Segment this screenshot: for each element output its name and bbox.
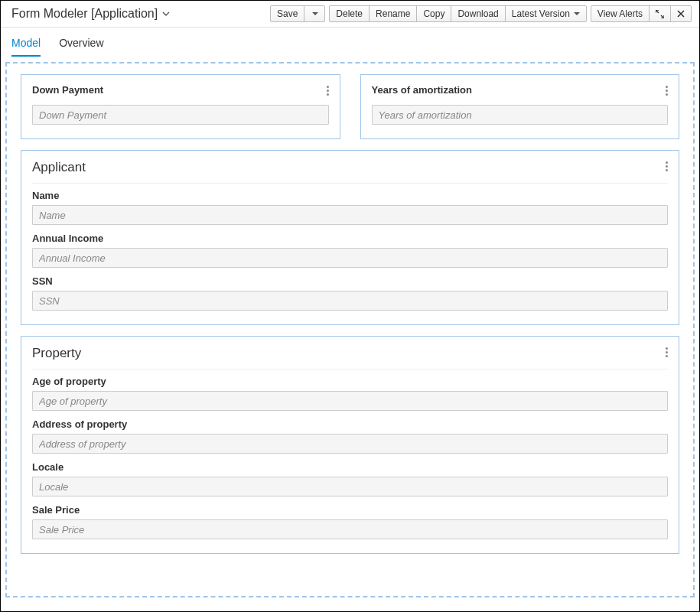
field-label: Annual Income (32, 233, 668, 244)
chevron-down-icon (312, 12, 318, 15)
kebab-menu-button[interactable] (325, 84, 330, 97)
form-canvas[interactable]: Down Payment Years of amortization Appli… (5, 62, 695, 597)
close-button[interactable] (670, 6, 691, 21)
down-payment-input[interactable] (32, 105, 329, 125)
page-title: Form Modeler [Application] (11, 7, 158, 21)
section-applicant[interactable]: Applicant Name Annual Income SSN (21, 150, 679, 325)
section-title: Applicant (32, 160, 668, 184)
save-button-group: Save (270, 5, 325, 22)
field-label: Sale Price (32, 504, 668, 516)
chevron-down-icon (162, 10, 170, 18)
years-amortization-input[interactable] (372, 105, 669, 125)
field-label: Age of property (32, 376, 668, 387)
section-property[interactable]: Property Age of property Address of prop… (21, 336, 679, 554)
field-label: Down Payment (32, 84, 329, 99)
locale-input[interactable] (32, 477, 668, 496)
field-label: Locale (32, 461, 668, 473)
field-label: Name (32, 190, 668, 201)
delete-button[interactable]: Delete (330, 6, 369, 21)
name-input[interactable] (32, 205, 668, 225)
age-property-input[interactable] (32, 391, 668, 411)
close-icon (677, 10, 685, 18)
kebab-menu-button[interactable] (664, 84, 669, 97)
view-alerts-button[interactable]: View Alerts (591, 6, 649, 21)
latest-version-button[interactable]: Latest Version (505, 6, 586, 21)
address-property-input[interactable] (32, 434, 668, 454)
kebab-menu-button[interactable] (664, 346, 669, 359)
field-card-years-amortization[interactable]: Years of amortization (360, 74, 680, 139)
tab-model[interactable]: Model (11, 34, 41, 57)
chevron-down-icon (574, 12, 580, 15)
field-label: SSN (32, 275, 668, 287)
annual-income-input[interactable] (32, 248, 668, 268)
sale-price-input[interactable] (32, 519, 668, 539)
tabs: Model Overview (1, 28, 699, 57)
view-button-group: View Alerts (591, 5, 692, 22)
save-dropdown-button[interactable] (304, 6, 324, 21)
field-label: Years of amortization (372, 84, 669, 99)
expand-icon (656, 10, 664, 18)
copy-button[interactable]: Copy (416, 6, 451, 21)
field-card-down-payment[interactable]: Down Payment (21, 74, 340, 139)
expand-button[interactable] (649, 6, 670, 21)
toolbar: Save Delete Rename Copy Download Latest … (270, 5, 692, 22)
download-button[interactable]: Download (451, 6, 504, 21)
page-title-wrap[interactable]: Form Modeler [Application] (11, 7, 170, 21)
edit-button-group: Delete Rename Copy Download Latest Versi… (329, 5, 587, 22)
rename-button[interactable]: Rename (369, 6, 416, 21)
save-button[interactable]: Save (271, 6, 304, 21)
section-title: Property (32, 346, 668, 369)
kebab-menu-button[interactable] (664, 160, 669, 173)
tab-overview[interactable]: Overview (59, 34, 103, 57)
ssn-input[interactable] (32, 291, 668, 311)
field-label: Address of property (32, 418, 668, 430)
